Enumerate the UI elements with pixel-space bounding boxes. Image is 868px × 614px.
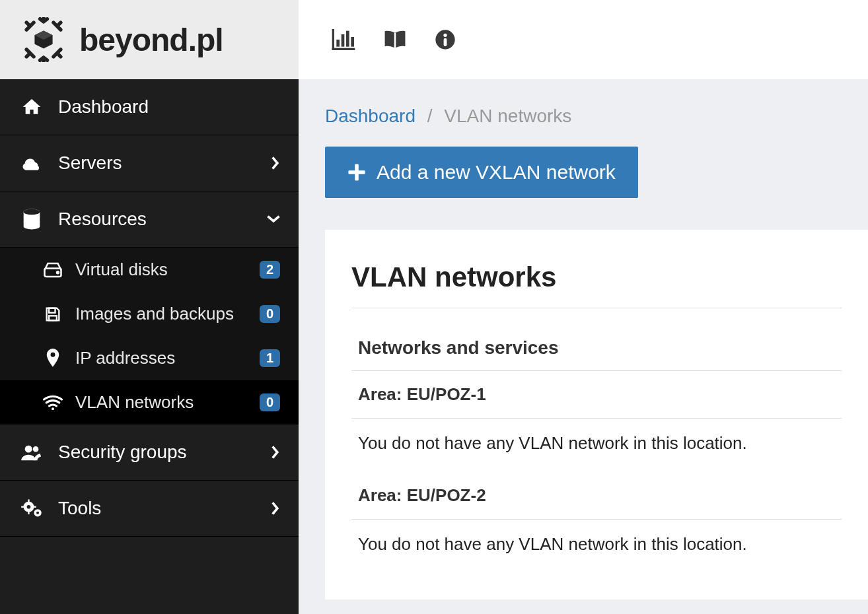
sidebar-item-label: Tools (58, 498, 101, 519)
sidebar-item-servers[interactable]: Servers (0, 135, 299, 191)
area-empty-message: You do not have any VLAN network in this… (351, 419, 842, 472)
svg-point-13 (27, 505, 31, 509)
main: Dashboard / VLAN networks Add a new VXLA… (299, 0, 868, 614)
sidebar-item-label: Dashboard (58, 96, 149, 118)
stats-icon[interactable] (332, 29, 355, 50)
svg-rect-14 (28, 499, 29, 502)
plus-icon (347, 163, 366, 182)
pin-icon (41, 349, 65, 368)
info-icon[interactable] (435, 29, 456, 50)
count-badge: 2 (260, 261, 280, 279)
svg-point-9 (52, 407, 54, 410)
book-icon[interactable] (383, 29, 407, 50)
sidebar-item-label: VLAN networks (75, 392, 194, 413)
nav: Dashboard Servers (0, 79, 299, 537)
sidebar-item-tools[interactable]: Tools (0, 481, 299, 537)
area-header: Area: EU/POZ-2 (351, 472, 842, 520)
sidebar-item-label: Resources (58, 209, 147, 230)
sidebar-item-dashboard[interactable]: Dashboard (0, 79, 299, 135)
svg-rect-26 (394, 33, 396, 48)
gears-icon (18, 498, 45, 518)
users-icon (18, 443, 45, 461)
wifi-icon (41, 394, 65, 411)
svg-point-11 (33, 446, 39, 452)
content: Dashboard / VLAN networks Add a new VXLA… (299, 79, 868, 599)
chevron-down-icon (267, 215, 280, 224)
svg-rect-8 (49, 316, 57, 320)
area-empty-message: You do not have any VLAN network in this… (351, 520, 842, 573)
svg-point-3 (24, 209, 40, 215)
save-icon (41, 305, 65, 324)
sidebar-item-resources[interactable]: Resources (0, 191, 299, 248)
svg-rect-21 (332, 48, 355, 50)
topbar (299, 0, 868, 79)
breadcrumb-dashboard-link[interactable]: Dashboard (325, 106, 416, 126)
logo-text: beyond.pl (79, 22, 223, 58)
svg-point-19 (36, 512, 39, 514)
sidebar-item-label: Security groups (58, 442, 187, 463)
count-badge: 1 (260, 349, 280, 367)
add-vxlan-button[interactable]: Add a new VXLAN network (325, 147, 638, 198)
disk-icon (41, 261, 65, 279)
sidebar-item-ip-addresses[interactable]: IP addresses 1 (0, 336, 299, 380)
area-header: Area: EU/POZ-1 (351, 371, 842, 419)
sidebar-item-vlan-networks[interactable]: VLAN networks 0 (0, 380, 299, 425)
breadcrumb-current: VLAN networks (444, 106, 571, 126)
sidebar-item-label: Images and backups (75, 304, 234, 324)
svg-rect-29 (444, 38, 447, 46)
svg-rect-20 (332, 29, 334, 50)
sidebar: beyond.pl Dashboard Servers (0, 0, 299, 614)
svg-rect-7 (49, 308, 55, 312)
svg-rect-24 (346, 31, 349, 47)
cloud-icon (18, 154, 45, 172)
breadcrumb: Dashboard / VLAN networks (325, 106, 868, 127)
vlan-panel: VLAN networks Networks and services Area… (325, 230, 868, 599)
chevron-right-icon (271, 502, 280, 515)
svg-rect-25 (351, 37, 354, 47)
page-title: VLAN networks (351, 261, 842, 308)
logo-icon (20, 16, 67, 63)
svg-rect-17 (33, 506, 36, 508)
svg-point-10 (25, 446, 32, 453)
svg-rect-31 (348, 170, 365, 174)
svg-rect-16 (21, 506, 24, 508)
sidebar-item-label: Virtual disks (75, 259, 168, 280)
sidebar-item-security-groups[interactable]: Security groups (0, 425, 299, 481)
svg-point-6 (57, 271, 59, 273)
sidebar-item-label: IP addresses (75, 348, 175, 368)
resources-submenu: Virtual disks 2 Images and backups 0 IP … (0, 248, 299, 425)
add-vxlan-label: Add a new VXLAN network (377, 161, 616, 184)
svg-rect-23 (342, 34, 345, 47)
count-badge: 0 (260, 393, 280, 411)
sidebar-item-virtual-disks[interactable]: Virtual disks 2 (0, 248, 299, 292)
svg-point-28 (443, 34, 447, 37)
section-header: Networks and services (351, 329, 842, 371)
sidebar-item-images-backups[interactable]: Images and backups 0 (0, 292, 299, 336)
count-badge: 0 (260, 305, 280, 323)
chevron-right-icon (271, 156, 280, 170)
logo[interactable]: beyond.pl (0, 0, 299, 79)
svg-rect-15 (28, 512, 29, 515)
database-icon (18, 209, 45, 230)
sidebar-item-label: Servers (58, 153, 122, 174)
breadcrumb-separator: / (427, 106, 433, 126)
chevron-right-icon (271, 446, 280, 459)
svg-rect-22 (336, 40, 340, 47)
home-icon (18, 96, 45, 118)
